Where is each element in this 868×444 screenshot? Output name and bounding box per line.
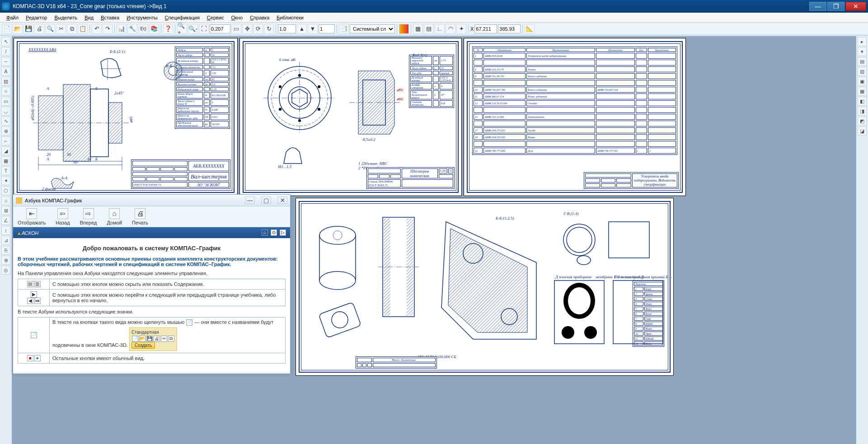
panel-b-icon[interactable]: ▾ <box>858 47 867 56</box>
panel-h-icon[interactable]: ◨ <box>858 107 867 116</box>
new-icon[interactable]: 📄 <box>2 24 12 34</box>
scale-up-icon[interactable]: ▲ <box>297 24 307 34</box>
open-icon[interactable]: 📂 <box>13 24 23 34</box>
help-forward-button[interactable]: ⇨Вперед <box>80 208 97 225</box>
prop-icon[interactable]: 📊 <box>117 24 127 34</box>
paste-icon[interactable]: 📋 <box>78 24 88 34</box>
rect-icon[interactable]: ▭ <box>1 97 10 106</box>
zoom-out-icon[interactable]: 🔍- <box>188 24 198 34</box>
coord-y[interactable] <box>498 24 521 33</box>
help-print-button[interactable]: 🖨Печать <box>132 208 148 225</box>
help-back-button[interactable]: ⇦Назад <box>56 208 70 225</box>
tool-r-icon[interactable]: ⊞ <box>1 206 10 215</box>
tool-u-icon[interactable]: ↕ <box>1 226 10 235</box>
tool-s-icon[interactable]: ∠ <box>1 216 10 225</box>
measure-icon[interactable]: 📐 <box>525 24 535 34</box>
cut-icon[interactable]: ✂ <box>56 24 66 34</box>
menu-window[interactable]: Окно <box>228 14 247 21</box>
panel-j-icon[interactable]: ◪ <box>858 126 867 136</box>
tool-v-icon[interactable]: ⊿ <box>1 236 10 245</box>
fillet-icon[interactable]: ⌐ <box>1 136 10 145</box>
ortho-icon[interactable]: ∟ <box>435 24 445 34</box>
drawing-sheet-4[interactable]: Б-Б (1:2.5) Г-В (1:4) МС 15Л14.100.000 С… <box>296 198 674 376</box>
lib-icon[interactable]: 📚 <box>149 24 159 34</box>
create-button[interactable]: Создать <box>131 342 155 349</box>
layers-icon[interactable]: 📑 <box>339 24 349 34</box>
menu-file[interactable]: Файл <box>3 14 22 21</box>
tool-y-icon[interactable]: ◎ <box>1 266 10 275</box>
tool-w-icon[interactable]: ⎘ <box>1 246 10 255</box>
local-icon[interactable]: ✦ <box>456 24 466 34</box>
undo-icon[interactable]: ↶ <box>92 24 102 34</box>
maximize-button[interactable]: ❐ <box>827 2 845 11</box>
coord-x[interactable] <box>474 24 497 33</box>
help-content[interactable]: Добро пожаловать в систему КОМПАС–График… <box>13 238 290 372</box>
vars-icon[interactable]: 🔧 <box>127 24 137 34</box>
help-expand-icon[interactable]: ⊙ <box>271 229 277 236</box>
pan-icon[interactable]: ✥ <box>242 24 252 34</box>
fx-icon[interactable]: f(x) <box>138 24 148 34</box>
zoom-value[interactable] <box>210 24 230 33</box>
axis-icon[interactable]: ⊕ <box>1 126 10 136</box>
qty-value[interactable] <box>319 24 335 33</box>
menu-select[interactable]: Выделить <box>51 14 81 21</box>
panel-a-icon[interactable]: ▸ <box>858 37 867 46</box>
cursor-icon[interactable]: ↖ <box>1 37 10 46</box>
help-next-icon[interactable]: ▷ <box>280 229 286 236</box>
help-close-button[interactable]: ✕ <box>277 196 287 204</box>
close-button[interactable]: ✕ <box>845 2 866 11</box>
color-icon[interactable] <box>399 24 409 34</box>
redo-icon[interactable]: ↷ <box>103 24 113 34</box>
minimize-button[interactable]: — <box>809 2 826 11</box>
menu-tools[interactable]: Инструменты <box>123 14 161 21</box>
help-max-button[interactable]: ▢ <box>261 196 271 204</box>
menu-editor[interactable]: Редактор <box>22 14 51 21</box>
table-icon[interactable]: ▦ <box>1 156 10 165</box>
print-icon[interactable]: 🖨 <box>34 24 44 34</box>
panel-f-icon[interactable]: ▦ <box>858 87 867 96</box>
drawing-sheet-2[interactable]: 6 отв. ⌀6 ⌀86 ⌀66 8,5±0.2 M1...1.5 1 230… <box>239 38 462 196</box>
help-home-button[interactable]: ⌂Домой <box>107 208 122 225</box>
line-icon[interactable]: / <box>1 47 10 56</box>
zoom-in-icon[interactable]: 🔍+ <box>177 24 187 34</box>
tool-q-icon[interactable]: ⌂ <box>1 196 10 205</box>
copy-icon[interactable]: ⧉ <box>67 24 77 34</box>
layer-combo[interactable]: Системный сл <box>350 24 395 33</box>
drawing-sheet-1[interactable]: XXXXXXXX.БВ4 Б-Б (2:1) В-В 60 44 2030 <box>14 38 238 196</box>
hatch-icon[interactable]: ▨ <box>1 77 10 86</box>
panel-i-icon[interactable]: ◩ <box>858 117 867 126</box>
text-icon[interactable]: A <box>1 67 10 76</box>
drawing-sheet-3[interactable]: №ОбозначениеНаименованиеОбозначениеКолПр… <box>464 38 686 196</box>
help-icon[interactable]: ❓ <box>163 24 173 34</box>
spline-icon[interactable]: ∿ <box>1 117 10 126</box>
zoom-window-icon[interactable]: ▭ <box>231 24 241 34</box>
menu-view[interactable]: Вид <box>81 14 97 21</box>
menu-libs[interactable]: Библиотеки <box>273 14 307 21</box>
rotate-icon[interactable]: ⟳ <box>253 24 263 34</box>
tool-t-icon[interactable]: T <box>1 166 10 175</box>
tool-p-icon[interactable]: ⬠ <box>1 186 10 195</box>
circle-icon[interactable]: ○ <box>1 87 10 96</box>
save-icon[interactable]: 💾 <box>23 24 33 34</box>
refresh-icon[interactable]: ↻ <box>264 24 274 34</box>
scale-down-icon[interactable]: ▼ <box>308 24 318 34</box>
snap-icon[interactable]: ▤ <box>424 24 434 34</box>
menu-insert[interactable]: Вставка <box>97 14 123 21</box>
help-show-button[interactable]: ⇤Отображать <box>18 208 46 225</box>
panel-c-icon[interactable]: ▤ <box>858 57 867 66</box>
menu-help[interactable]: Справка <box>246 14 273 21</box>
preview-icon[interactable]: 🔍 <box>45 24 55 34</box>
dimension-icon[interactable]: ↔ <box>1 57 10 66</box>
help-pin-icon[interactable]: ⌂ <box>262 229 268 236</box>
grid-icon[interactable]: ▦ <box>413 24 423 34</box>
arc-icon[interactable]: ◡ <box>1 107 10 116</box>
panel-e-icon[interactable]: ▣ <box>858 77 867 86</box>
zoom-fit-icon[interactable]: ⛶ <box>199 24 209 34</box>
scale-value[interactable] <box>278 24 296 33</box>
panel-g-icon[interactable]: ◧ <box>858 97 867 106</box>
menu-service[interactable]: Сервис <box>203 14 228 21</box>
help-window[interactable]: Азбука КОМПАС-График — ▢ ✕ ⇤Отображать ⇦… <box>13 194 291 374</box>
menu-spec[interactable]: Спецификация <box>161 14 203 21</box>
panel-d-icon[interactable]: ▥ <box>858 67 867 76</box>
tool-star-icon[interactable]: ✦ <box>1 176 10 185</box>
